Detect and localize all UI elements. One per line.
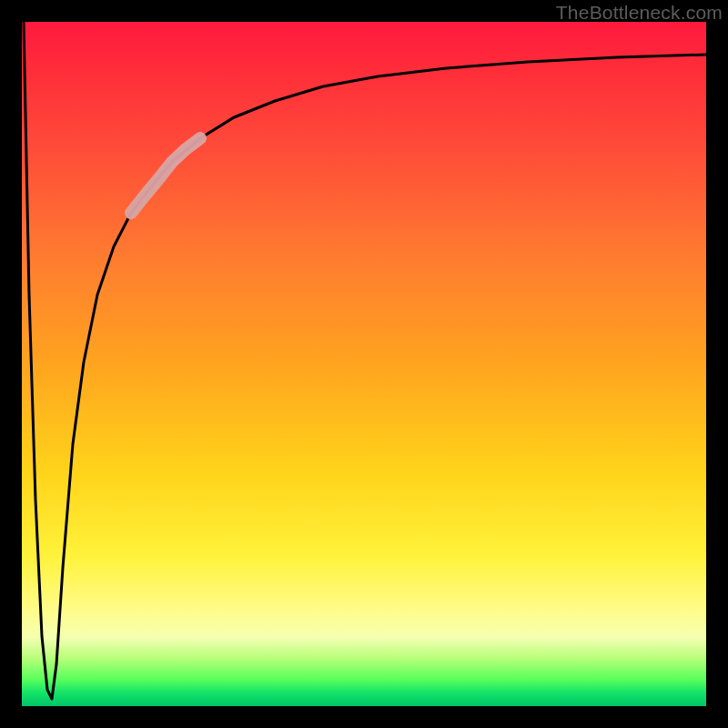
highlight-segment <box>131 138 200 213</box>
chart-frame: TheBottleneck.com <box>0 0 728 728</box>
plot-area <box>22 22 706 706</box>
watermark-text: TheBottleneck.com <box>556 2 723 24</box>
curve-layer <box>22 22 706 706</box>
bottleneck-curve <box>24 22 706 699</box>
